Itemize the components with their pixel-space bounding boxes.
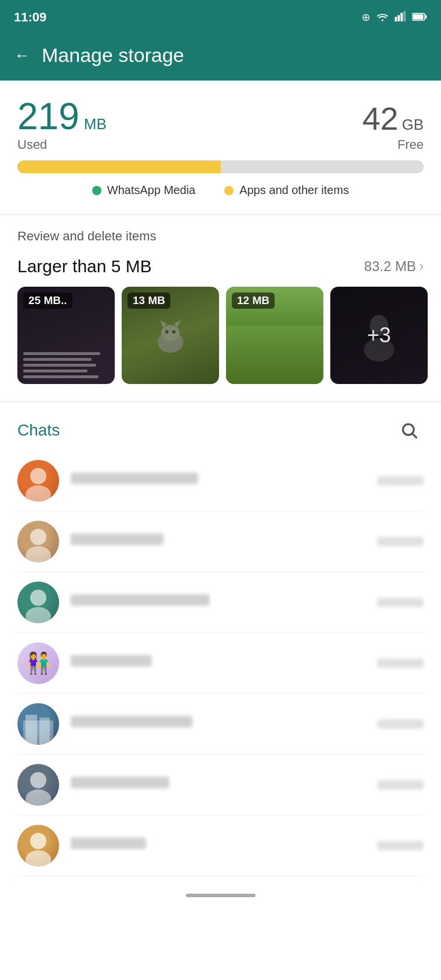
avatar xyxy=(17,764,59,806)
wifi-icon xyxy=(376,11,389,24)
avatar-image xyxy=(17,582,59,623)
avatar xyxy=(17,582,59,623)
legend-label-media: WhatsApp Media xyxy=(107,184,195,197)
thumbnail-2-badge: 13 MB xyxy=(127,292,170,309)
thumbnail-1[interactable]: 25 MB.. xyxy=(17,287,115,384)
bottom-indicator xyxy=(0,882,441,904)
larger-than-size: 83.2 MB › xyxy=(364,258,424,275)
status-icons: ⊕ xyxy=(362,11,427,24)
search-icon xyxy=(400,421,418,440)
svg-point-18 xyxy=(25,485,51,502)
page-title: Manage storage xyxy=(42,44,184,67)
avatar-emoji: 👫 xyxy=(25,651,52,675)
storage-free-number: 42 xyxy=(362,103,398,135)
signal-icon xyxy=(395,11,406,24)
storage-used-number: 219 xyxy=(17,98,79,135)
chat-item[interactable] xyxy=(17,694,424,755)
chat-item[interactable]: 👫 xyxy=(17,633,424,694)
chat-size xyxy=(377,719,424,729)
chat-info xyxy=(71,777,377,793)
storage-used-block: 219 MB Used xyxy=(17,98,107,152)
thumbnail-1-badge: 25 MB.. xyxy=(23,292,72,309)
chat-name xyxy=(71,655,152,667)
storage-used-unit: MB xyxy=(84,115,107,133)
chat-item[interactable] xyxy=(17,451,424,511)
storage-used-amount: 219 MB xyxy=(17,98,107,135)
legend-apps-other: Apps and other items xyxy=(224,184,349,197)
chat-name xyxy=(71,533,163,545)
storage-free-block: 42 GB Free xyxy=(362,103,424,152)
chat-info xyxy=(71,533,377,550)
svg-point-26 xyxy=(30,772,46,788)
chat-info xyxy=(71,594,377,610)
review-section: Review and delete items Larger than 5 MB… xyxy=(0,229,441,384)
svg-point-22 xyxy=(25,607,51,623)
svg-rect-6 xyxy=(413,14,424,19)
storage-stats-row: 219 MB Used 42 GB Free xyxy=(17,98,424,152)
svg-rect-0 xyxy=(395,17,397,21)
avatar xyxy=(17,825,59,866)
svg-rect-24 xyxy=(25,715,37,745)
svg-point-12 xyxy=(172,330,176,334)
search-button[interactable] xyxy=(395,416,424,445)
chat-size xyxy=(377,598,424,607)
chat-item[interactable] xyxy=(17,572,424,633)
thumbnail-4[interactable]: +3 xyxy=(330,287,428,384)
svg-point-19 xyxy=(30,529,46,545)
avatar: 👫 xyxy=(17,642,59,684)
storage-progress-bar xyxy=(17,160,424,173)
chevron-right-icon: › xyxy=(420,259,424,274)
svg-point-17 xyxy=(30,468,46,484)
chat-item[interactable] xyxy=(17,511,424,572)
avatar-image xyxy=(17,521,59,562)
svg-rect-2 xyxy=(400,13,403,21)
chat-name xyxy=(71,473,198,484)
back-button[interactable]: ← xyxy=(14,46,30,65)
legend-whatsapp-media: WhatsApp Media xyxy=(92,184,195,197)
thumbnails-row: 25 MB.. 13 MB 12 MB xyxy=(17,287,424,384)
thumbnail-4-overlay: +3 xyxy=(330,287,428,384)
chat-size xyxy=(377,537,424,546)
thumbnail-2[interactable]: 13 MB xyxy=(122,287,219,384)
larger-than-row[interactable]: Larger than 5 MB 83.2 MB › xyxy=(17,257,424,276)
thumbnail-3-badge: 12 MB xyxy=(232,292,275,309)
storage-stats-section: 219 MB Used 42 GB Free WhatsApp Media Ap… xyxy=(0,81,441,214)
chat-size xyxy=(377,659,424,668)
avatar xyxy=(17,460,59,502)
avatar xyxy=(17,521,59,562)
chat-size xyxy=(377,780,424,789)
storage-free-amount: 42 GB xyxy=(362,103,424,135)
svg-line-16 xyxy=(413,434,417,438)
chat-name xyxy=(71,777,169,788)
svg-point-27 xyxy=(25,789,51,806)
svg-rect-5 xyxy=(425,15,427,19)
divider-1 xyxy=(0,214,441,215)
chat-list: 👫 xyxy=(17,451,424,876)
review-title: Review and delete items xyxy=(17,229,424,244)
chat-info xyxy=(71,838,377,854)
storage-progress-used xyxy=(17,160,221,173)
svg-rect-3 xyxy=(403,11,406,21)
chat-info xyxy=(71,655,377,671)
svg-point-11 xyxy=(165,330,169,334)
larger-than-size-value: 83.2 MB xyxy=(364,258,416,275)
thumbnail-3[interactable]: 12 MB xyxy=(226,287,323,384)
storage-used-label: Used xyxy=(17,137,107,152)
avatar xyxy=(17,703,59,745)
chat-size xyxy=(377,476,424,485)
app-header: ← Manage storage xyxy=(0,35,441,81)
chat-item[interactable] xyxy=(17,755,424,816)
chats-header: Chats xyxy=(17,416,424,445)
divider-2 xyxy=(0,401,441,402)
chats-section: Chats xyxy=(0,416,441,876)
legend-dot-apps xyxy=(224,186,234,195)
svg-point-21 xyxy=(30,590,46,606)
avatar-image xyxy=(17,825,59,866)
location-icon: ⊕ xyxy=(362,11,370,24)
chat-info xyxy=(71,716,377,732)
chats-title: Chats xyxy=(17,421,60,440)
chat-item[interactable] xyxy=(17,816,424,876)
chat-info xyxy=(71,473,377,489)
status-time: 11:09 xyxy=(14,10,46,25)
chat-name xyxy=(71,838,146,849)
